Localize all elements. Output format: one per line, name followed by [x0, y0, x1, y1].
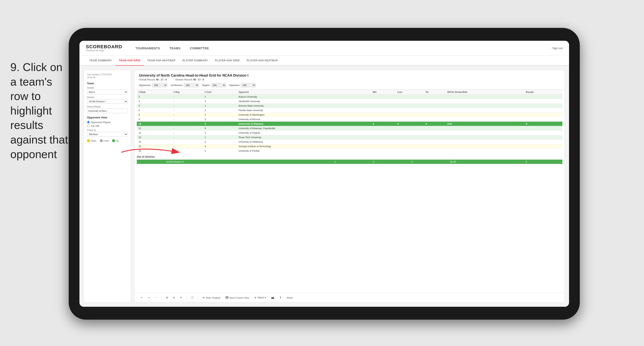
separator-2	[186, 295, 186, 300]
last-updated: Last Updated: 27/03/2024 16:55:38	[87, 73, 128, 79]
table-row[interactable]: 11-6University of Arkansas, Fayetteville	[137, 126, 562, 131]
filter-region-select[interactable]: (All)	[211, 83, 226, 87]
table-cell	[371, 144, 396, 149]
sub-nav-team-h2h-heatmap[interactable]: TEAM H2H HEATMAP	[144, 56, 179, 66]
table-row[interactable]: 16-3University of Florida	[137, 149, 562, 153]
table-cell	[446, 108, 524, 113]
tablet-frame: SCOREBOARD Powered by clippi TOURNAMENTS…	[69, 28, 580, 320]
table-cell: -	[172, 126, 203, 131]
table-cell: Texas Tech University	[237, 135, 371, 140]
table-row[interactable]: 8-2University of Washington	[137, 113, 562, 117]
screenshot-btn[interactable]: 📷	[270, 295, 276, 300]
back-btn[interactable]: ←	[153, 296, 159, 300]
table-cell	[446, 113, 524, 117]
out-of-division-table: NCAA Division II 1 0 0 26.00 3	[137, 160, 562, 164]
table-cell	[424, 131, 446, 135]
table-cell	[396, 95, 424, 99]
bottom-toolbar: ↩ ↪ ← ⊞ ⧉ ⟳ 🕐 👁 View: Original 💾	[135, 293, 564, 302]
colour-by-label: Colour by	[87, 129, 128, 131]
table-cell	[371, 104, 396, 108]
table-cell: 5	[203, 122, 237, 126]
table-cell: University of Arizona	[237, 117, 371, 122]
table-row[interactable]: 3-2Vanderbilt University	[137, 99, 562, 104]
clock-btn[interactable]: 🕐	[189, 295, 196, 300]
nav-committee[interactable]: COMMITTEE	[185, 41, 214, 56]
share-btn[interactable]: Share	[285, 296, 294, 300]
ood-label	[137, 160, 165, 164]
sub-nav-player-summary[interactable]: PLAYER SUMMARY	[179, 56, 211, 66]
view-icon: 👁	[202, 297, 205, 299]
division-select[interactable]: NCAA Division I	[87, 99, 128, 104]
col-reg: # Reg	[172, 90, 203, 95]
filter-conference: Conference (All)	[171, 83, 199, 87]
download-btn[interactable]: ⬇	[278, 295, 283, 300]
table-row[interactable]: 15-4Georgia Institute of Technology	[137, 144, 562, 149]
table-row[interactable]: 10-5University of Alabama3002.618	[137, 122, 562, 126]
table-cell	[524, 99, 562, 104]
radio-top-100[interactable]: Top 100	[87, 124, 128, 127]
nav-items: TOURNAMENTS TEAMS COMMITTEE	[131, 41, 550, 56]
colour-by-select[interactable]: Win/loss	[87, 132, 128, 137]
table-cell: 3	[203, 149, 237, 153]
filter-opponent-select[interactable]: (All)	[241, 83, 256, 87]
table-cell: 1	[203, 135, 237, 140]
save-custom-btn[interactable]: 💾 Save Custom View	[224, 295, 251, 300]
sub-nav-team-h2h-grid[interactable]: TEAM H2H GRID	[115, 56, 144, 66]
table-row[interactable]: 6-2Florida State University	[137, 108, 562, 113]
table-row[interactable]: 12-3University of Virginia	[137, 131, 562, 135]
table-cell	[446, 104, 524, 108]
refresh-btn[interactable]: ⟳	[178, 295, 184, 300]
grid-btn[interactable]: ⊞	[164, 295, 170, 300]
table-cell	[446, 135, 524, 140]
view-original-btn[interactable]: 👁 View: Original	[201, 296, 222, 300]
table-cell	[524, 95, 562, 99]
sub-nav-team-summary[interactable]: TEAM SUMMARY	[86, 56, 115, 66]
nav-tournaments[interactable]: TOURNAMENTS	[131, 41, 165, 56]
table-cell: 2.61	[446, 122, 524, 126]
redo-btn[interactable]: ↪	[146, 295, 152, 300]
copy-btn[interactable]: ⧉	[171, 295, 176, 300]
sub-nav-player-h2h-grid[interactable]: PLAYER H2H GRID	[212, 56, 243, 66]
table-cell: 10	[137, 122, 172, 126]
ood-name: NCAA Division II	[165, 160, 333, 164]
sub-nav-player-h2h-heatmap[interactable]: PLAYER H2H HEATMAP	[243, 56, 281, 66]
table-cell: 3	[137, 99, 172, 104]
school-input[interactable]	[87, 108, 128, 113]
table-header-row: # Rank # Reg # Conf Opponent Win Loss Ti…	[137, 90, 562, 95]
table-cell: 1	[203, 104, 237, 108]
table-row[interactable]: 2-1Auburn University	[137, 95, 562, 99]
table-cell	[396, 140, 424, 144]
table-cell: 0	[424, 122, 446, 126]
table-cell	[371, 113, 396, 117]
table-row[interactable]: 13-1Texas Tech University	[137, 135, 562, 140]
table-cell	[446, 126, 524, 131]
filter-conference-select[interactable]: (All)	[184, 83, 199, 87]
filter-opponent: Opponent (All)	[229, 83, 256, 87]
table-cell	[446, 131, 524, 135]
ood-tie: 0	[410, 160, 448, 164]
table-row[interactable]: 4-1Arizona State University	[137, 104, 562, 108]
out-of-division-row[interactable]: NCAA Division II 1 0 0 26.00 3	[137, 160, 562, 164]
logo-title: SCOREBOARD	[86, 44, 122, 49]
table-cell	[371, 135, 396, 140]
nav-teams[interactable]: TEAMS	[165, 41, 185, 56]
gender-select[interactable]: Men's	[87, 90, 128, 94]
table-cell	[424, 135, 446, 140]
table-cell	[396, 135, 424, 140]
radio-opponents-played[interactable]: Opponents Played	[87, 121, 128, 124]
table-cell	[371, 126, 396, 131]
table-cell: 8	[137, 113, 172, 117]
table-cell: -	[172, 135, 203, 140]
table-cell: 6	[203, 126, 237, 131]
filter-opponents-select[interactable]: (All)	[152, 83, 167, 87]
ood-diff: 26.00	[448, 160, 524, 164]
table-cell	[424, 104, 446, 108]
sign-out-link[interactable]: Sign out	[552, 46, 562, 50]
filter-opponents: Opponents: (All)	[139, 83, 167, 87]
table-cell: -	[172, 108, 203, 113]
table-row[interactable]: 14-2University of Oklahoma	[137, 140, 562, 144]
watch-btn[interactable]: 👁 Watch ▾	[252, 295, 268, 300]
table-cell	[371, 108, 396, 113]
table-row[interactable]: 9-3University of Arizona	[137, 117, 562, 122]
undo-btn[interactable]: ↩	[139, 295, 144, 300]
